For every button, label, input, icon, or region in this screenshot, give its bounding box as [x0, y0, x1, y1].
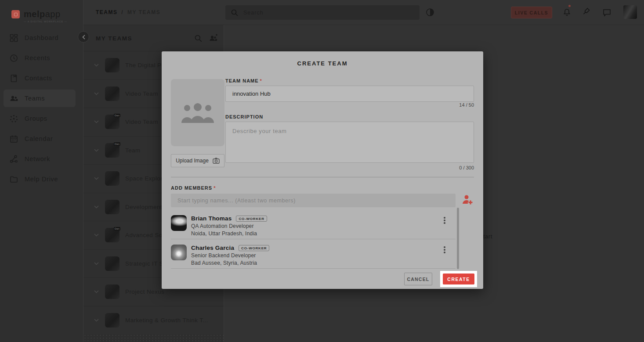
- add-members-input[interactable]: [171, 194, 456, 207]
- create-button[interactable]: CREATE: [443, 274, 474, 284]
- team-avatar: [105, 171, 119, 186]
- breadcrumb-teams[interactable]: TEAMS: [96, 9, 118, 15]
- team-name: Space Explor: [125, 175, 163, 182]
- breadcrumb-my-teams: MY TEAMS: [127, 9, 160, 15]
- team-image-placeholder[interactable]: [171, 79, 224, 146]
- member-location: Bad Aussee, Styria, Austria: [191, 260, 269, 266]
- sidebar-item-contacts[interactable]: Contacts: [0, 68, 83, 88]
- sidebar-item-label: Dashboard: [25, 34, 58, 41]
- collapse-panel-button[interactable]: [78, 31, 89, 43]
- chevron-down-icon[interactable]: [94, 290, 99, 293]
- chevron-down-icon[interactable]: [94, 234, 99, 237]
- notifications-bell-icon[interactable]: [562, 7, 572, 17]
- owner-badge: Own: [114, 142, 120, 146]
- member-role: Senior Backend Developer: [191, 252, 269, 259]
- clock-icon: [10, 54, 18, 62]
- sidebar-item-network[interactable]: Network: [0, 149, 83, 169]
- team-name: Marketing & Growth Think T...: [125, 317, 208, 324]
- my-teams-header: MY TEAMS: [83, 25, 224, 51]
- team-name-counter: 14 / 50: [225, 102, 474, 108]
- folder-icon: [10, 175, 18, 184]
- chevron-down-icon[interactable]: [94, 262, 99, 265]
- team-row[interactable]: Marketing & Growth Think T...: [83, 306, 224, 335]
- required-asterisk: *: [213, 185, 216, 191]
- member-options-kebab[interactable]: [441, 216, 448, 225]
- sidebar-item-teams[interactable]: Teams: [0, 88, 83, 108]
- sidebar-item-label: Calendar: [25, 135, 53, 142]
- description-textarea[interactable]: [225, 122, 474, 163]
- members-scrollbar[interactable]: [457, 208, 459, 269]
- member-location: Noida, Uttar Pradesh, India: [191, 230, 267, 237]
- sidebar-item-label: Teams: [25, 95, 45, 102]
- team-avatar: [105, 284, 119, 299]
- team-avatar: Own: [105, 115, 119, 129]
- add-members-label: ADD MEMBERS*: [171, 185, 216, 191]
- notification-dot: [568, 5, 571, 7]
- user-avatar[interactable]: [623, 5, 637, 19]
- create-team-icon[interactable]: [209, 34, 218, 42]
- member-row[interactable]: Charles Garcia CO-WORKER Senior Backend …: [171, 239, 456, 269]
- contacts-icon: [10, 74, 18, 83]
- live-calls-button[interactable]: LIVE CALLS: [511, 7, 552, 18]
- panel-bottom-texture: [83, 334, 224, 342]
- melp-logo-icon: [11, 10, 20, 18]
- cancel-button[interactable]: CANCEL: [404, 273, 432, 285]
- team-avatar: [105, 200, 119, 214]
- breadcrumb: TEAMS / MY TEAMS: [96, 9, 160, 15]
- create-team-modal: CREATE TEAM Upload Image TEAM NAME* 14 /…: [162, 51, 483, 289]
- add-member-icon[interactable]: [461, 194, 474, 206]
- team-name: Strategic IT S: [125, 260, 163, 267]
- chevron-down-icon[interactable]: [94, 319, 99, 322]
- team-name: Video Team: [125, 90, 158, 97]
- sidebar-item-groups[interactable]: Groups: [0, 108, 83, 129]
- member-relationship-badge: CO-WORKER: [239, 245, 269, 251]
- chevron-down-icon[interactable]: [94, 64, 99, 67]
- pin-icon[interactable]: [582, 7, 591, 17]
- chevron-down-icon[interactable]: [94, 149, 99, 152]
- team-avatar: Own: [105, 228, 119, 242]
- members-list: Brian Thomas CO-WORKER QA Automation Dev…: [171, 210, 456, 269]
- breadcrumb-separator: /: [121, 9, 123, 15]
- upload-image-button[interactable]: Upload Image: [171, 154, 224, 167]
- member-name: Charles Garcia: [191, 245, 234, 251]
- team-name-input[interactable]: [225, 86, 474, 102]
- global-search[interactable]: [225, 5, 420, 20]
- team-name: Video Team: [125, 119, 158, 125]
- team-name: Development: [125, 204, 162, 210]
- team-name: The Digital Pi: [125, 62, 163, 68]
- sidebar-item-recents[interactable]: Recents: [0, 48, 83, 68]
- network-icon: [10, 155, 18, 163]
- owner-badge: Own: [114, 114, 120, 117]
- chat-icon[interactable]: [603, 8, 611, 17]
- member-row[interactable]: Brian Thomas CO-WORKER QA Automation Dev…: [171, 210, 456, 239]
- sidebar-item-label: Network: [25, 155, 50, 162]
- member-options-kebab[interactable]: [441, 245, 448, 254]
- brand-name-light: app: [45, 9, 61, 19]
- team-avatar: Own: [105, 143, 119, 158]
- chevron-down-icon[interactable]: [94, 120, 99, 123]
- member-avatar: [171, 245, 187, 260]
- sidebar-item-label: Contacts: [25, 75, 52, 82]
- sidebar-item-melp-drive[interactable]: Melp Drive: [0, 169, 83, 189]
- teams-icon: [10, 94, 18, 103]
- search-input[interactable]: [243, 10, 402, 16]
- sidebar-item-calendar[interactable]: Calendar: [0, 129, 83, 149]
- chevron-down-icon[interactable]: [94, 177, 99, 180]
- team-avatar: [105, 313, 119, 328]
- description-label: DESCRIPTION: [225, 114, 263, 119]
- chevron-down-icon[interactable]: [94, 92, 99, 95]
- chevron-down-icon[interactable]: [94, 205, 99, 209]
- panel-search-icon[interactable]: [195, 35, 202, 42]
- member-role: QA Automation Developer: [191, 223, 267, 229]
- topbar: TEAMS / MY TEAMS LIVE CALLS: [83, 0, 644, 25]
- dark-mode-toggle-icon[interactable]: [426, 8, 434, 17]
- required-asterisk: *: [260, 78, 262, 83]
- group-placeholder-icon: [181, 102, 214, 124]
- dashboard-icon: [10, 34, 18, 42]
- sidebar-nav: Dashboard Recents Contacts Teams Groups …: [0, 28, 83, 189]
- groups-icon: [10, 115, 18, 123]
- sidebar-item-dashboard[interactable]: Dashboard: [0, 28, 83, 48]
- sidebar-item-label: Recents: [25, 54, 50, 61]
- team-avatar: [105, 256, 119, 271]
- team-avatar: [105, 86, 119, 101]
